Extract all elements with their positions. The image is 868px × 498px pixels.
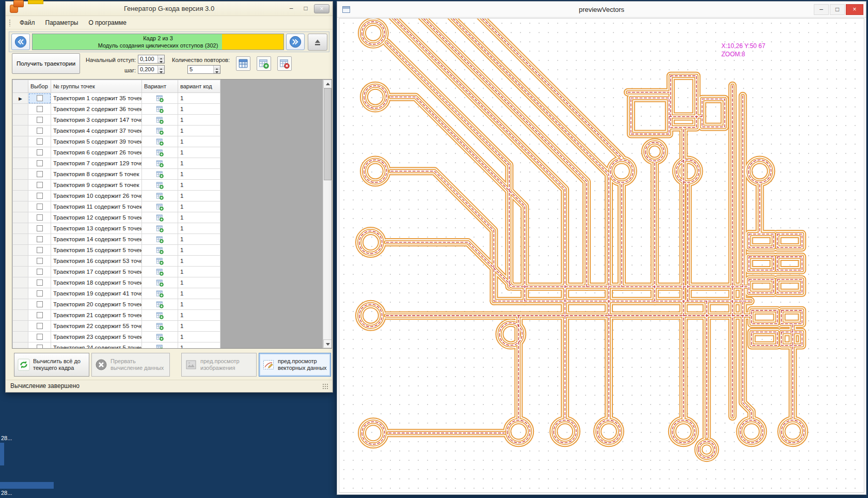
row-checkbox[interactable] (37, 117, 43, 123)
table-row[interactable]: ▶ Траектория 6 содержит 26 точек 1 (13, 147, 220, 158)
row-select-cell[interactable] (28, 299, 51, 310)
minimize-button[interactable]: – (285, 4, 297, 13)
table-row[interactable]: ▶ Траектория 2 содержит 36 точек 1 (13, 104, 220, 115)
row-variant-button[interactable] (142, 299, 178, 310)
abort-calculation-button[interactable]: Прервать вычисление данных (91, 353, 170, 377)
background-window-titlebar[interactable] (0, 482, 54, 489)
row-checkbox[interactable] (37, 334, 43, 340)
row-select-cell[interactable] (28, 310, 51, 321)
row-select-cell[interactable] (28, 115, 51, 126)
row-checkbox[interactable] (37, 149, 43, 155)
table-row[interactable]: ▶ Траектория 23 содержит 5 точек 1 (13, 332, 220, 343)
table-row[interactable]: ▶ Траектория 16 содержит 53 точек 1 (13, 256, 220, 267)
row-select-cell[interactable] (28, 343, 51, 349)
row-select-cell[interactable] (28, 212, 51, 223)
row-checkbox[interactable] (37, 193, 43, 199)
row-selector-cell[interactable]: ▶ (13, 288, 28, 299)
row-variant-button[interactable] (142, 136, 178, 147)
spinner-up-icon[interactable] (158, 66, 164, 70)
row-checkbox[interactable] (37, 258, 43, 264)
maximize-button[interactable]: □ (299, 4, 312, 13)
row-selector-cell[interactable]: ▶ (13, 158, 28, 169)
row-select-cell[interactable] (28, 169, 51, 180)
initial-offset-value[interactable]: 0,100 (138, 55, 157, 63)
row-variant-button[interactable] (142, 191, 178, 201)
close-button[interactable]: × (314, 4, 329, 13)
row-selector-cell[interactable]: ▶ (13, 267, 28, 277)
row-checkbox[interactable] (37, 171, 43, 177)
table-row[interactable]: ▶ Траектория 20 содержит 5 точек 1 (13, 299, 220, 310)
spinner-up-icon[interactable] (158, 55, 164, 59)
row-variant-button[interactable] (142, 332, 178, 343)
table-row[interactable]: ▶ Траектория 15 содержит 5 точек 1 (13, 245, 220, 256)
spinner-down-icon[interactable] (158, 70, 164, 74)
table-row[interactable]: ▶ Траектория 3 содержит 147 точек 1 (13, 115, 220, 126)
menu-parameters[interactable]: Параметры (40, 18, 84, 28)
get-trajectories-button[interactable]: Получить траектории (12, 53, 80, 74)
table-row[interactable]: ▶ Траектория 13 содержит 5 точек 1 (13, 223, 220, 234)
table-row[interactable]: ▶ Траектория 14 содержит 5 точек 1 (13, 234, 220, 245)
table-row[interactable]: ▶ Траектория 18 содержит 5 точек 1 (13, 277, 220, 288)
calculate-all-button[interactable]: Вычислить всё до текущего кадра (14, 353, 89, 377)
row-select-cell[interactable] (28, 321, 51, 332)
row-checkbox[interactable] (37, 225, 43, 231)
title-bar[interactable]: previewVectors – □ × (337, 2, 866, 18)
row-checkbox[interactable] (37, 312, 43, 318)
table-row[interactable]: ▶ Траектория 5 содержит 39 точек 1 (13, 136, 220, 147)
row-select-cell[interactable] (28, 245, 51, 256)
repeats-value[interactable]: 5 (188, 66, 213, 73)
row-selector-cell[interactable]: ▶ (13, 299, 28, 310)
repeats-input[interactable]: 5 (187, 65, 220, 74)
spinner-down-icon[interactable] (214, 70, 220, 74)
row-checkbox[interactable] (37, 160, 43, 166)
row-checkbox[interactable] (37, 279, 43, 286)
row-select-cell[interactable] (28, 288, 51, 299)
row-select-cell[interactable] (28, 267, 51, 277)
table-row[interactable]: ▶ Траектория 24 содержит 5 точек 1 (13, 343, 220, 349)
table-row[interactable]: ▶ Траектория 4 содержит 37 точек 1 (13, 126, 220, 136)
row-checkbox[interactable] (37, 269, 43, 275)
preview-vectors-button[interactable]: пред.просмотр векторных данных (259, 353, 331, 377)
row-select-cell[interactable] (28, 147, 51, 158)
row-selector-cell[interactable]: ▶ (13, 104, 28, 115)
row-selector-cell[interactable]: ▶ (13, 212, 28, 223)
header-group[interactable]: № группы точек (51, 80, 142, 93)
preview-image-button[interactable]: пред.просмотр изображения (181, 353, 257, 377)
row-variant-button[interactable] (142, 267, 178, 277)
row-variant-button[interactable] (142, 277, 178, 288)
row-checkbox[interactable] (37, 290, 43, 297)
table-delete-tool-button[interactable] (277, 56, 292, 71)
row-variant-button[interactable] (142, 310, 178, 321)
row-variant-button[interactable] (142, 93, 178, 104)
row-checkbox[interactable] (37, 138, 43, 145)
close-button[interactable]: × (846, 4, 863, 15)
row-variant-button[interactable] (142, 245, 178, 256)
row-selector-cell[interactable]: ▶ (13, 310, 28, 321)
row-selector-cell[interactable]: ▶ (13, 201, 28, 212)
table-tool-button[interactable] (236, 56, 250, 71)
table-row[interactable]: ▶ Траектория 8 содержит 5 точек 1 (13, 169, 220, 180)
maximize-button[interactable]: □ (830, 4, 845, 15)
step-value[interactable]: 0,200 (138, 66, 157, 73)
row-selector-cell[interactable]: ▶ (13, 277, 28, 288)
table-row[interactable]: ▶ Траектория 17 содержит 5 точек 1 (13, 267, 220, 277)
row-variant-button[interactable] (142, 321, 178, 332)
header-code[interactable]: вариант код (178, 80, 220, 93)
table-row[interactable]: ▶ Траектория 19 содержит 41 точек 1 (13, 288, 220, 299)
row-variant-button[interactable] (142, 104, 178, 115)
spinner-up-icon[interactable] (214, 66, 220, 70)
table-add-tool-button[interactable] (257, 56, 271, 71)
scroll-down-button[interactable] (323, 339, 332, 348)
row-selector-cell[interactable]: ▶ (13, 115, 28, 126)
row-variant-button[interactable] (142, 169, 178, 180)
row-select-cell[interactable] (28, 277, 51, 288)
row-selector-cell[interactable]: ▶ (13, 191, 28, 201)
menu-about[interactable]: О программе (83, 18, 131, 28)
row-selector-cell[interactable]: ▶ (13, 332, 28, 343)
row-variant-button[interactable] (142, 147, 178, 158)
row-select-cell[interactable] (28, 256, 51, 267)
row-select-cell[interactable] (28, 201, 51, 212)
menu-file[interactable]: Файл (14, 18, 40, 28)
row-selector-cell[interactable]: ▶ (13, 126, 28, 136)
row-selector-cell[interactable]: ▶ (13, 343, 28, 349)
